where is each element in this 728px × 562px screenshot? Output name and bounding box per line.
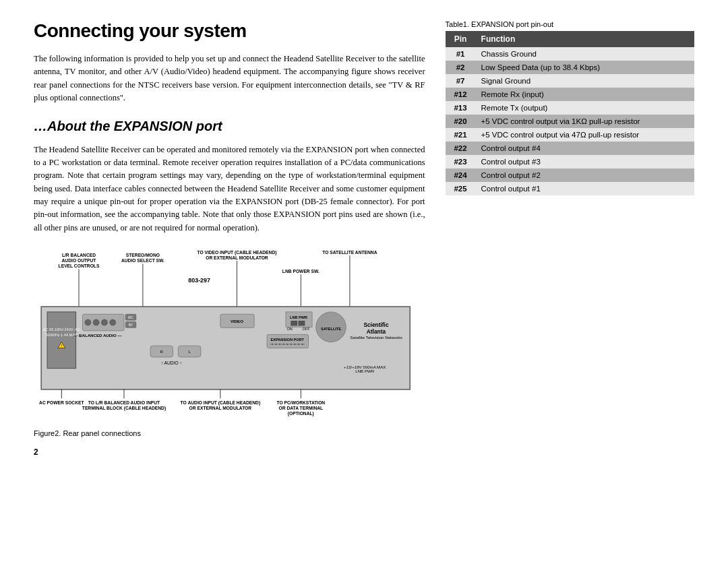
section-title: …About the EXPANSION port (34, 119, 425, 134)
svg-point-22 (85, 319, 91, 325)
pin-cell: #24 (446, 168, 476, 182)
svg-point-47 (291, 344, 292, 345)
svg-text:Satellite Television Networks: Satellite Television Networks (350, 335, 402, 340)
svg-text:STEREO/MONO: STEREO/MONO (126, 253, 160, 258)
svg-text:MC: MC (128, 315, 133, 319)
intro-paragraph: The following information is provided to… (34, 53, 425, 105)
svg-rect-35 (291, 321, 297, 325)
function-cell: Chassis Ground (476, 47, 694, 61)
svg-point-23 (93, 319, 99, 325)
svg-text:LNB PWR: LNB PWR (355, 369, 374, 373)
svg-text:L/R BALANCED: L/R BALANCED (62, 253, 96, 258)
svg-text:AUDIO SELECT SW.: AUDIO SELECT SW. (121, 258, 164, 263)
pin-cell: #12 (446, 88, 476, 101)
svg-point-50 (301, 344, 303, 345)
page-title: Connecting your system (34, 20, 425, 42)
right-column: Table1. EXPANSION port pin-out Pin Funct… (446, 20, 694, 457)
pin-cell: #2 (446, 61, 476, 74)
svg-rect-16 (47, 312, 75, 369)
function-cell: Remote Rx (input) (476, 88, 694, 101)
svg-text:L: L (188, 349, 191, 354)
pin-cell: #20 (446, 115, 476, 128)
svg-point-49 (298, 344, 299, 345)
table-row: #25Control output #1 (446, 182, 694, 195)
page-container: Connecting your system The following inf… (34, 20, 694, 457)
svg-text:LNB POWER SW.: LNB POWER SW. (282, 269, 320, 274)
table-row: #23Control output #3 (446, 155, 694, 168)
svg-point-44 (279, 344, 280, 345)
svg-text:TO SATELLITE ANTENNA: TO SATELLITE ANTENNA (322, 250, 377, 255)
svg-text:AC 95 100V-240V: AC: AC 95 100V-240V: AC (43, 327, 80, 332)
function-cell: Control output #4 (476, 142, 694, 155)
diagram-caption: Figure2. Rear panel connections (34, 429, 425, 437)
svg-text:Scientific: Scientific (363, 321, 389, 328)
pin-cell: #22 (446, 142, 476, 155)
table-header: Pin Function (446, 31, 694, 47)
svg-text:TO L/R BALANCED AUDIO INPUT: TO L/R BALANCED AUDIO INPUT (88, 400, 160, 405)
svg-text:LEVEL CONTROLS: LEVEL CONTROLS (59, 263, 100, 268)
pin-table: Pin Function #1Chassis Ground#2Low Speed… (446, 31, 694, 195)
svg-text:TO PC/WORKSTATION: TO PC/WORKSTATION (276, 400, 325, 405)
table-row: #2Low Speed Data (up to 38.4 Kbps) (446, 61, 694, 74)
table-body: #1Chassis Ground#2Low Speed Data (up to … (446, 47, 694, 195)
table-row: #20+5 VDC control output via 1KΩ pull-up… (446, 115, 694, 128)
svg-text:(OPTIONAL): (OPTIONAL) (288, 411, 314, 416)
svg-point-45 (283, 344, 284, 345)
table-row: #22Control output #4 (446, 142, 694, 155)
diagram-svg: L/R BALANCED AUDIO OUTPUT LEVEL CONTROLS… (34, 248, 425, 424)
svg-point-25 (110, 319, 116, 325)
svg-text:OR EXTERNAL MODULATOR: OR EXTERNAL MODULATOR (189, 406, 252, 410)
function-cell: Control output #1 (476, 182, 694, 195)
pin-cell: #25 (446, 182, 476, 195)
table-row: #13Remote Tx (output) (446, 101, 694, 115)
svg-text:↑ AUDIO ↑: ↑ AUDIO ↑ (161, 361, 182, 365)
section-paragraph: The Headend Satellite Receiver can be op… (34, 144, 425, 235)
svg-text:SATELLITE: SATELLITE (321, 327, 341, 331)
function-cell: Remote Tx (output) (476, 101, 694, 115)
col-pin: Pin (446, 31, 476, 47)
svg-text:TO AUDIO INPUT (CABLE HEADEND): TO AUDIO INPUT (CABLE HEADEND) (181, 400, 261, 406)
function-cell: Control output #2 (476, 168, 694, 182)
svg-text:ON: ON (286, 327, 292, 331)
function-cell: Control output #3 (476, 155, 694, 168)
col-function: Function (476, 31, 694, 47)
function-cell: Signal Ground (476, 74, 694, 88)
pin-cell: #1 (446, 47, 476, 61)
left-column: Connecting your system The following inf… (34, 20, 425, 457)
svg-point-48 (294, 344, 295, 345)
svg-text:OFF: OFF (303, 327, 311, 331)
table-row: #1Chassis Ground (446, 47, 694, 61)
svg-point-43 (275, 344, 276, 345)
svg-text:Atlanta: Atlanta (367, 328, 386, 335)
function-cell: Low Speed Data (up to 38.4 Kbps) (476, 61, 694, 74)
svg-text:EXPANSION PORT: EXPANSION PORT (270, 338, 304, 342)
svg-text:50/60Hz 1.4A MAX: 50/60Hz 1.4A MAX (46, 333, 78, 337)
svg-text:BF: BF (129, 323, 133, 327)
svg-point-24 (101, 319, 107, 325)
svg-text:TO VIDEO INPUT (CABLE HEADEND): TO VIDEO INPUT (CABLE HEADEND) (197, 250, 276, 255)
svg-point-42 (272, 344, 273, 345)
svg-text:LNB PWR: LNB PWR (290, 315, 307, 319)
svg-text:OR DATA TERMINAL: OR DATA TERMINAL (279, 406, 324, 410)
svg-rect-36 (299, 321, 305, 325)
svg-text:AC POWER SOCKET: AC POWER SOCKET (39, 400, 84, 405)
table-row: #21+5 VDC control output via 47Ω pull-up… (446, 128, 694, 142)
svg-text:AUDIO OUTPUT: AUDIO OUTPUT (62, 258, 97, 263)
svg-text:TERMINAL BLOCK (CABLE HEADEND): TERMINAL BLOCK (CABLE HEADEND) (82, 406, 166, 411)
pin-cell: #7 (446, 74, 476, 88)
pin-cell: #13 (446, 101, 476, 115)
table-caption: Table1. EXPANSION port pin-out (446, 20, 694, 28)
pin-cell: #21 (446, 128, 476, 142)
page-number: 2 (34, 447, 425, 457)
svg-text:803-297: 803-297 (188, 277, 210, 284)
svg-point-46 (286, 344, 288, 345)
table-container: Table1. EXPANSION port pin-out Pin Funct… (446, 20, 694, 195)
function-cell: +5 VDC control output via 47Ω pull-up re… (476, 128, 694, 142)
svg-text:R: R (160, 349, 164, 354)
table-row: #7Signal Ground (446, 74, 694, 88)
table-row: #24Control output #2 (446, 168, 694, 182)
svg-text:VIDEO: VIDEO (231, 319, 243, 323)
svg-text:OR EXTERNAL MODULATOR: OR EXTERNAL MODULATOR (206, 255, 268, 260)
svg-text:— BALANCED AUDIO —: — BALANCED AUDIO — (73, 333, 122, 338)
pin-cell: #23 (446, 155, 476, 168)
